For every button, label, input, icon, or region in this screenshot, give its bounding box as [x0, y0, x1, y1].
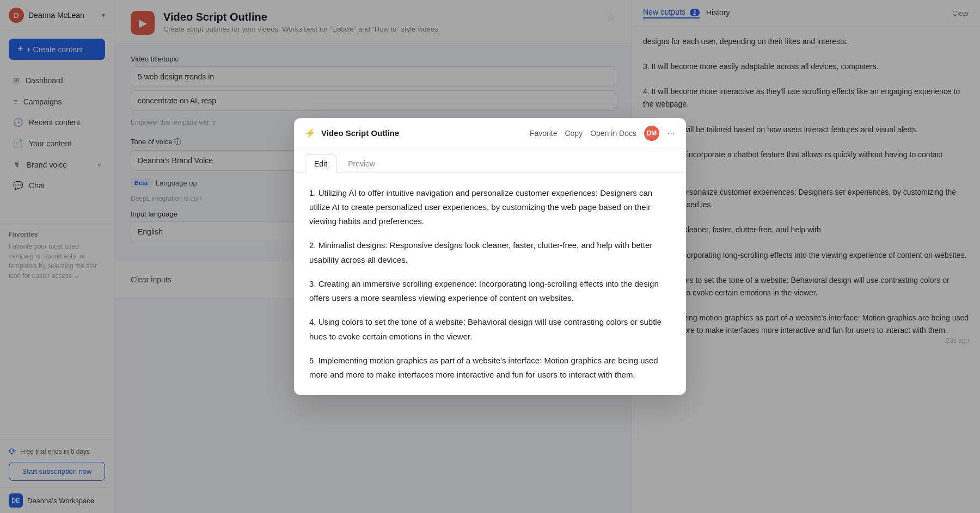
modal-header: ⚡ Video Script Outline Favorite Copy Ope…: [294, 118, 686, 149]
modal-body: 1. Utilizing AI to offer intuitive navig…: [294, 173, 686, 395]
modal-item-4: 4. Using colors to set the tone of a web…: [309, 315, 671, 344]
modal-title: Video Script Outline: [321, 128, 524, 138]
copy-button[interactable]: Copy: [565, 129, 583, 138]
more-options-icon[interactable]: ···: [667, 127, 675, 139]
modal-item-3: 3. Creating an immersive scrolling exper…: [309, 277, 671, 306]
modal-tabs: Edit Preview: [294, 149, 686, 173]
modal-item-2: 2. Minimalist designs: Responsive design…: [309, 238, 671, 267]
modal-overlay[interactable]: ⚡ Video Script Outline Favorite Copy Ope…: [0, 0, 980, 513]
modal-item-1: 1. Utilizing AI to offer intuitive navig…: [309, 186, 671, 229]
modal-user-avatar: DM: [644, 126, 659, 141]
modal-tool-icon: ⚡: [305, 128, 316, 138]
modal-item-5: 5. Implementing motion graphics as part …: [309, 354, 671, 382]
modal-tab-preview[interactable]: Preview: [339, 154, 384, 173]
open-in-docs-button[interactable]: Open in Docs: [590, 129, 636, 138]
modal-content: 1. Utilizing AI to offer intuitive navig…: [309, 186, 671, 382]
favorite-button[interactable]: Favorite: [530, 129, 558, 138]
modal-actions: Favorite Copy Open in Docs DM ···: [530, 126, 675, 141]
modal-tab-edit[interactable]: Edit: [305, 154, 336, 173]
modal: ⚡ Video Script Outline Favorite Copy Ope…: [294, 118, 686, 395]
